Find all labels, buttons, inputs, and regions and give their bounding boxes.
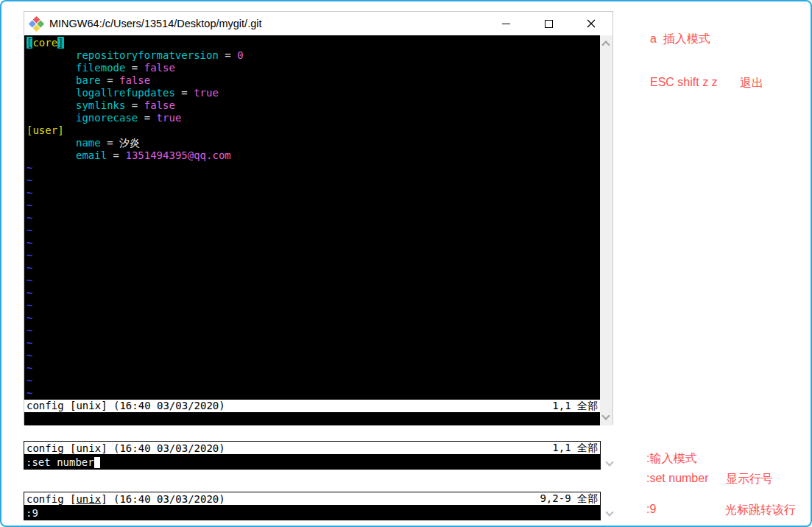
text-cursor xyxy=(94,457,100,468)
vim-tilde-line: ~ xyxy=(27,362,599,375)
vim-statusline: config [unix] (16:40 03/03/2020) 1,1 全部 xyxy=(24,400,600,412)
vim-tilde-line: ~ xyxy=(27,287,599,300)
chevron-down-icon[interactable] xyxy=(601,411,610,420)
vim-line: ignorecase = true xyxy=(27,112,599,124)
vim-tilde-line: ~ xyxy=(27,300,599,312)
annotation-set-number-label: 显示行号 xyxy=(726,472,773,487)
vim-tilde-line: ~ xyxy=(27,174,599,187)
vim-line: logallrefupdates = true xyxy=(27,87,599,99)
vim-line: [user] xyxy=(27,124,599,137)
vim-tilde-line: ~ xyxy=(27,275,599,287)
annotation-set-number-cmd: :set number xyxy=(646,472,708,485)
vim-command-line xyxy=(24,412,600,425)
vim-line: [core] xyxy=(27,37,599,49)
annotation-exit-label: 退出 xyxy=(740,76,763,91)
vim-tilde-line: ~ xyxy=(27,237,599,250)
vim-tilde-line: ~ xyxy=(27,199,599,212)
maximize-button[interactable] xyxy=(527,12,570,35)
close-icon xyxy=(587,19,596,28)
vim-statusline: config [unix] (16:40 03/03/2020) 9,2-9 全… xyxy=(24,492,601,506)
mintty-window: MINGW64:/c/Users/13514/Desktop/mygit/.gi… xyxy=(24,11,613,425)
command-text: :9 xyxy=(26,507,38,519)
terminal-scrollbar[interactable] xyxy=(600,35,612,425)
vim-line: name = 汐炎 xyxy=(27,137,599,149)
window-title: MINGW64:/c/Users/13514/Desktop/mygit/.gi… xyxy=(49,18,262,29)
statusline-position: 1,1 全部 xyxy=(552,442,598,455)
vim-tilde-line: ~ xyxy=(27,312,599,325)
annotation-input-mode: :输入模式 xyxy=(646,451,696,467)
vim-tilde-line: ~ xyxy=(27,325,599,337)
vim-tilde-line: ~ xyxy=(27,224,599,237)
vim-tilde-line: ~ xyxy=(27,375,599,387)
statusline-position: 9,2-9 全部 xyxy=(540,492,598,506)
chevron-down-icon[interactable] xyxy=(605,458,613,466)
vim-tilde-line: ~ xyxy=(27,250,599,262)
screenshot-frame: MINGW64:/c/Users/13514/Desktop/mygit/.gi… xyxy=(0,0,812,527)
annotation-goto-line-cmd: :9 xyxy=(646,503,656,516)
vim-snippet-set-number: config [unix] (16:40 03/03/2020) 1,1 全部 … xyxy=(24,441,614,470)
vim-tilde-line: ~ xyxy=(27,387,599,400)
command-text: :set number xyxy=(26,456,94,468)
vim-tilde-line: ~ xyxy=(27,262,599,275)
vim-line: bare = false xyxy=(27,74,599,87)
vim-tilde-line: ~ xyxy=(27,337,599,350)
vim-line: repositoryformatversion = 0 xyxy=(27,49,599,62)
annotation-exit-keys: ESC shift z z xyxy=(650,76,718,89)
vim-tilde-line: ~ xyxy=(27,187,599,199)
git-bash-diamond-icon xyxy=(29,17,43,31)
chevron-down-icon[interactable] xyxy=(605,508,613,516)
window-titlebar[interactable]: MINGW64:/c/Users/13514/Desktop/mygit/.gi… xyxy=(24,12,612,35)
vim-buffer: [core]repositoryformatversion = 0filemod… xyxy=(24,35,600,400)
terminal-screen[interactable]: [core]repositoryformatversion = 0filemod… xyxy=(24,35,600,425)
statusline-position: 1,1 全部 xyxy=(552,400,598,412)
chevron-up-icon[interactable] xyxy=(601,40,610,49)
close-button[interactable] xyxy=(570,12,612,35)
maximize-icon xyxy=(545,20,553,28)
minimize-button[interactable] xyxy=(484,12,527,35)
minimize-icon xyxy=(502,24,510,24)
statusline-file-info: config [unix] (16:40 03/03/2020) xyxy=(27,442,225,454)
vim-command-line: :set number xyxy=(24,455,601,470)
vim-line: symlinks = false xyxy=(27,99,599,112)
vim-snippet-goto-line: config [unix] (16:40 03/03/2020) 9,2-9 全… xyxy=(24,492,614,520)
vim-tilde-line: ~ xyxy=(27,350,599,362)
vim-tilde-line: ~ xyxy=(27,162,599,174)
vim-line: email = 1351494395@qq.com xyxy=(27,149,599,162)
statusline-file-info: config [unix] (16:40 03/03/2020) xyxy=(27,493,225,505)
vim-line: filemode = false xyxy=(27,62,599,74)
statusline-file-info: config [unix] (16:40 03/03/2020) xyxy=(27,400,225,412)
annotation-insert-mode: a 插入模式 xyxy=(650,32,710,47)
vim-statusline: config [unix] (16:40 03/03/2020) 1,1 全部 xyxy=(24,441,601,455)
vim-command-line: :9 xyxy=(24,506,601,520)
annotation-goto-line-label: 光标跳转该行 xyxy=(725,503,796,518)
vim-tilde-line: ~ xyxy=(27,212,599,224)
